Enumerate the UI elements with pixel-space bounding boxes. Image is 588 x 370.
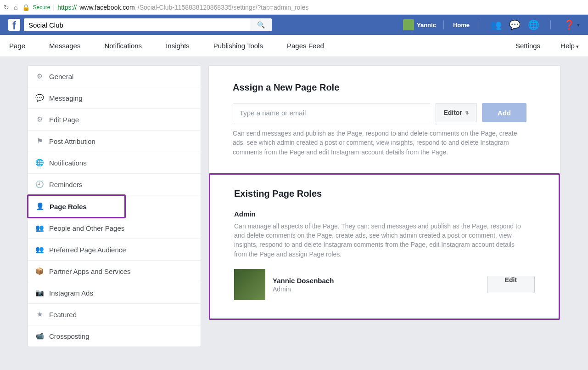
chevron-down-icon: ▾	[577, 22, 580, 28]
gear-icon: ⚙	[35, 115, 44, 124]
tab-help[interactable]: Help	[560, 42, 579, 50]
search-input[interactable]	[24, 21, 250, 29]
flag-icon: ⚑	[35, 137, 44, 145]
role-description: Can send messages and publish as the Pag…	[233, 129, 526, 157]
add-button[interactable]: Add	[482, 103, 526, 122]
globe-icon: 🌐	[35, 159, 44, 167]
role-select[interactable]: Editor ⇅	[436, 103, 476, 122]
divider	[479, 20, 479, 29]
star-icon: ★	[35, 310, 44, 319]
main-panel: Assign a New Page Role Editor ⇅ Add Can …	[208, 65, 560, 320]
sidebar-item-instagram-ads[interactable]: 📷Instagram Ads	[28, 282, 201, 304]
role-name-heading: Admin	[234, 210, 535, 218]
tab-settings[interactable]: Settings	[515, 42, 540, 50]
sidebar-item-page-roles[interactable]: 👤Page Roles	[28, 196, 124, 217]
sidebar-item-partner-apps[interactable]: 📦Partner Apps and Services	[28, 261, 201, 282]
tab-notifications[interactable]: Notifications	[104, 42, 142, 50]
tab-insights[interactable]: Insights	[166, 42, 190, 50]
reload-icon[interactable]: ↻	[4, 4, 9, 11]
profile-link[interactable]: Yannic	[400, 19, 439, 30]
tab-pages-feed[interactable]: Pages Feed	[287, 42, 324, 50]
role-permissions-text: Can manage all aspects of the Page. They…	[234, 222, 528, 259]
browser-address-bar: ↻ ⌂ 🔒 Secure | https://www.facebook.com/…	[0, 0, 588, 15]
edit-button[interactable]: Edit	[487, 276, 535, 293]
user-name: Yannic Dosenbach	[273, 277, 334, 285]
instagram-icon: 📷	[35, 289, 44, 297]
role-select-value: Editor	[443, 109, 462, 116]
gear-icon: ⚙	[35, 72, 44, 80]
tab-page[interactable]: Page	[9, 42, 25, 50]
sidebar-item-featured[interactable]: ★Featured	[28, 304, 201, 325]
facebook-logo-icon[interactable]: f	[8, 19, 20, 31]
admin-user-row: Yannic Dosenbach Admin Edit	[234, 269, 535, 300]
page-menu: Page Messages Notifications Insights Pub…	[0, 35, 588, 57]
people-icon: 👥	[35, 224, 44, 232]
avatar	[403, 19, 414, 30]
sort-icon: ⇅	[465, 110, 469, 115]
clock-icon: 🕘	[35, 180, 44, 188]
help-dropdown[interactable]: ❓ ▾	[564, 19, 580, 30]
settings-sidebar: ⚙General 💬Messaging ⚙Edit Page ⚑Post Att…	[28, 65, 201, 347]
friend-requests-icon[interactable]: 👥	[490, 19, 502, 30]
sidebar-item-messaging[interactable]: 💬Messaging	[28, 87, 201, 109]
messages-icon[interactable]: 💬	[509, 19, 521, 30]
people-icon: 👥	[35, 245, 44, 254]
chat-icon: 💬	[35, 94, 44, 102]
url-field[interactable]: 🔒 Secure | https://www.facebook.com/Soci…	[22, 4, 584, 11]
tab-publishing-tools[interactable]: Publishing Tools	[213, 42, 263, 50]
notifications-icon[interactable]: 🌐	[528, 19, 539, 30]
help-icon: ❓	[564, 19, 575, 30]
sidebar-item-crossposting[interactable]: 📹Crossposting	[28, 325, 201, 347]
assign-role-title: Assign a New Page Role	[233, 82, 536, 93]
search-button[interactable]: 🔍	[250, 18, 272, 31]
name-email-input[interactable]	[233, 103, 430, 122]
person-icon: 👤	[36, 202, 44, 211]
facebook-header: f 🔍 Yannic Home 👥 💬 🌐 ❓ ▾	[0, 15, 588, 35]
search-icon: 🔍	[257, 21, 265, 28]
video-icon: 📹	[35, 332, 44, 340]
sidebar-item-notifications[interactable]: 🌐Notifications	[28, 152, 201, 174]
search-container: 🔍	[24, 18, 272, 31]
sidebar-item-reminders[interactable]: 🕘Reminders	[28, 174, 201, 195]
sidebar-item-general[interactable]: ⚙General	[28, 66, 201, 87]
box-icon: 📦	[35, 267, 44, 275]
user-role: Admin	[273, 285, 334, 293]
secure-label: Secure	[33, 4, 50, 11]
divider	[550, 20, 551, 29]
avatar	[234, 269, 265, 300]
existing-roles-title: Existing Page Roles	[234, 188, 535, 199]
sidebar-item-people-pages[interactable]: 👥People and Other Pages	[28, 217, 201, 239]
sidebar-item-edit-page[interactable]: ⚙Edit Page	[28, 109, 201, 131]
sidebar-item-post-attribution[interactable]: ⚑Post Attribution	[28, 131, 201, 152]
tab-messages[interactable]: Messages	[49, 42, 80, 50]
profile-name: Yannic	[417, 22, 436, 28]
divider	[443, 20, 444, 29]
home-link[interactable]: Home	[448, 22, 474, 28]
sidebar-highlight: 👤Page Roles	[27, 194, 126, 218]
sidebar-item-preferred-audience[interactable]: 👥Preferred Page Audience	[28, 239, 201, 261]
existing-roles-section: Existing Page Roles Admin Can manage all…	[209, 173, 560, 320]
lock-icon: 🔒	[22, 4, 30, 11]
home-icon[interactable]: ⌂	[14, 4, 17, 11]
